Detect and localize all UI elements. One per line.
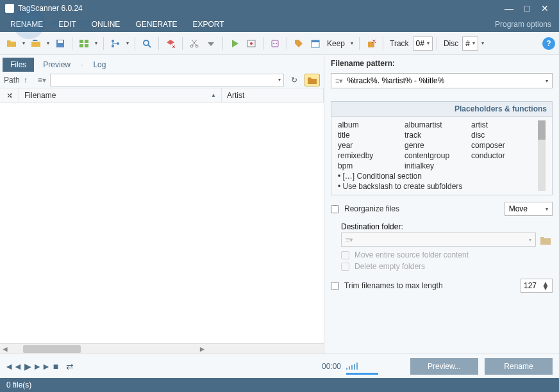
track-label: Track — [390, 39, 409, 48]
delete-empty-label: Delete empty folders — [355, 262, 425, 271]
window-title: TagScanner 6.0.24 — [18, 4, 500, 13]
menu-generate[interactable]: GENERATE — [135, 20, 177, 29]
svg-rect-4 — [79, 44, 83, 47]
open-folder-dropdown[interactable]: ▾ — [21, 36, 27, 51]
calendar-icon[interactable] — [308, 36, 323, 51]
clear-icon[interactable] — [363, 36, 379, 51]
tag-icon[interactable] — [291, 36, 306, 51]
down-icon[interactable] — [203, 36, 219, 51]
svg-rect-14 — [272, 40, 278, 47]
rename-options-pane: Filename pattern: ≡▾ %track%. %artist% -… — [324, 55, 559, 354]
horizontal-scrollbar[interactable]: ◄ ► — [0, 343, 324, 354]
remove-tag-icon[interactable] — [163, 36, 178, 51]
menu-edit[interactable]: EDIT — [58, 20, 76, 29]
refresh-icon[interactable]: ↻ — [288, 76, 301, 85]
trim-length-input[interactable]: 127 ▲▼ — [521, 279, 553, 293]
ph-title[interactable]: title — [338, 131, 402, 140]
ph-conductor[interactable]: conductor — [471, 151, 535, 160]
menu-export[interactable]: EXPORT — [193, 20, 224, 29]
ph-contentgroup[interactable]: contentgroup — [405, 151, 469, 160]
ph-albumartist[interactable]: albumartist — [405, 120, 469, 129]
browse-folder-button[interactable] — [305, 74, 320, 86]
ph-artist[interactable]: artist — [471, 120, 535, 129]
ph-bpm[interactable]: bpm — [338, 161, 402, 170]
ph-composer[interactable]: composer — [471, 141, 535, 150]
maximize-button[interactable]: □ — [518, 3, 536, 13]
preview-button[interactable]: Preview... — [410, 358, 478, 375]
tree-dropdown[interactable]: ▾ — [124, 36, 131, 51]
cut-icon[interactable] — [187, 36, 202, 51]
close-button[interactable]: ✕ — [536, 3, 554, 13]
volume-indicator[interactable] — [346, 362, 378, 371]
ph-note-conditional: • […] Conditional section — [338, 172, 535, 181]
svg-rect-2 — [79, 40, 83, 43]
scroll-thumb[interactable] — [23, 345, 81, 353]
help-button[interactable]: ? — [542, 37, 555, 50]
ph-album[interactable]: album — [338, 120, 402, 129]
filename-pattern-input[interactable]: ≡▾ %track%. %artist% - %title% ▾ — [331, 73, 553, 88]
next-track-icon[interactable]: ►► — [35, 359, 49, 373]
play-icon[interactable] — [227, 36, 242, 51]
open-file-dropdown[interactable]: ▾ — [45, 36, 51, 51]
open-file-icon[interactable] — [28, 36, 44, 51]
path-input[interactable]: ▾ — [50, 74, 284, 86]
tab-log[interactable]: Log — [85, 58, 113, 72]
minimize-button[interactable]: — — [500, 3, 518, 13]
spin-down-icon[interactable]: ▼ — [542, 286, 549, 290]
tab-separator: · — [79, 58, 84, 72]
disc-format-select[interactable]: #▾ — [462, 37, 478, 51]
artist-column[interactable]: Artist — [222, 88, 324, 102]
destination-browse-icon[interactable] — [538, 233, 553, 247]
trim-checkbox[interactable] — [331, 282, 339, 290]
open-folder-icon[interactable] — [4, 36, 19, 51]
search-icon[interactable] — [139, 36, 154, 51]
ph-track[interactable]: track — [405, 131, 469, 140]
destination-folder-label: Destination folder: — [341, 222, 553, 231]
file-list-pane: Files Preview · Log Path ↑ ≡▾ ▾ ↻ ⤭ File… — [0, 55, 324, 354]
record-icon[interactable] — [244, 36, 259, 51]
svg-point-16 — [276, 43, 277, 44]
up-folder-icon[interactable]: ↑ — [24, 76, 34, 85]
tab-files[interactable]: Files — [3, 58, 34, 72]
left-tabs: Files Preview · Log — [0, 55, 324, 72]
trim-label: Trim filenames to max length — [344, 281, 443, 290]
keep-dropdown[interactable]: ▾ — [349, 36, 355, 51]
placeholders-scrollbar[interactable] — [538, 120, 546, 191]
grid-body[interactable] — [0, 102, 324, 343]
disc-extra-dropdown[interactable]: ▾ — [480, 36, 486, 51]
menu-rename[interactable]: RENAME — [10, 20, 43, 29]
svg-rect-19 — [368, 42, 374, 47]
tab-preview[interactable]: Preview — [35, 58, 78, 72]
ph-remixedby[interactable]: remixedby — [338, 151, 402, 160]
path-mode-icon[interactable]: ≡▾ — [38, 76, 46, 85]
shuffle-column[interactable]: ⤭ — [0, 88, 19, 102]
reorganize-checkbox[interactable] — [331, 205, 339, 213]
player-bar: ◄◄ ▶ ►► ■ ⇄ 00:00 Preview... Rename — [0, 354, 559, 378]
repeat-icon[interactable]: ⇄ — [63, 359, 77, 373]
track-format-select[interactable]: 0#▾ — [413, 37, 433, 51]
scroll-left-icon[interactable]: ◄ — [0, 345, 10, 354]
device-icon[interactable] — [267, 36, 283, 51]
reorganize-mode-select[interactable]: Move▾ — [505, 202, 553, 216]
view-icon[interactable] — [76, 36, 92, 51]
view-dropdown[interactable]: ▾ — [93, 36, 99, 51]
ph-disc[interactable]: disc — [471, 131, 535, 140]
svg-point-15 — [273, 43, 274, 44]
ph-year[interactable]: year — [338, 141, 402, 150]
save-icon[interactable] — [53, 36, 68, 51]
svg-rect-1 — [58, 40, 63, 43]
menu-online[interactable]: ONLINE — [92, 20, 121, 29]
keep-label: Keep — [327, 39, 345, 48]
stop-track-icon[interactable]: ■ — [49, 359, 63, 373]
prev-track-icon[interactable]: ◄◄ — [6, 359, 21, 373]
destination-folder-input[interactable]: ≡▾▾ — [341, 233, 536, 247]
filename-column[interactable]: Filename▲ — [19, 88, 222, 102]
program-options-link[interactable]: Program options — [495, 20, 551, 29]
rename-button[interactable]: Rename — [485, 358, 553, 375]
reorganize-label: Reorganize files — [344, 204, 399, 213]
sort-indicator-icon: ▲ — [211, 92, 216, 98]
ph-initialkey[interactable]: initialkey — [405, 161, 469, 170]
ph-genre[interactable]: genre — [405, 141, 469, 150]
tree-icon[interactable] — [108, 36, 123, 51]
move-entire-checkbox — [341, 251, 349, 259]
